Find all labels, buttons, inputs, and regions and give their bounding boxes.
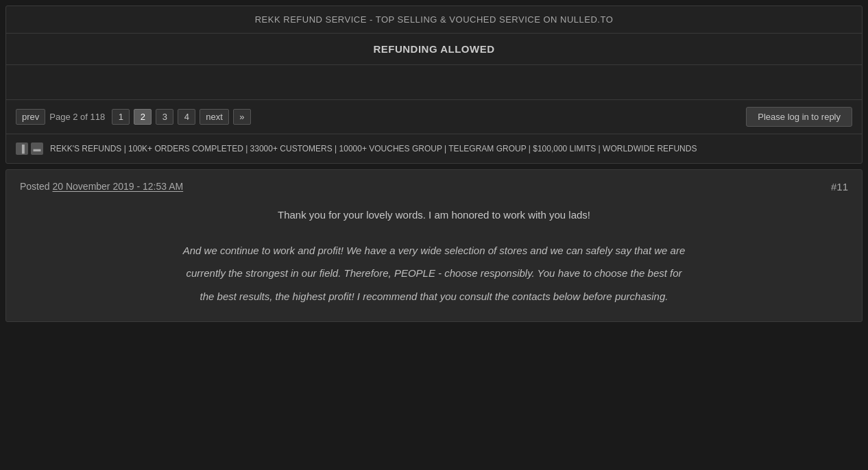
post-line-1: Thank you for your lovely words. I am ho… — [47, 206, 821, 224]
page-title: REKK REFUND SERVICE - TOP SELLING & VOUC… — [6, 6, 862, 34]
post-line-2: And we continue to work and profit! We h… — [47, 242, 821, 260]
posted-label: Posted — [20, 181, 50, 192]
page-2-button[interactable]: 2 — [134, 109, 152, 125]
pagination-controls: prev Page 2 of 118 1 2 3 4 next » — [16, 109, 251, 125]
post-line-3: currently the strongest in our field. Th… — [47, 264, 821, 282]
post-content: Thank you for your lovely words. I am ho… — [20, 206, 848, 305]
login-reply-area: Please log in to reply — [746, 107, 852, 127]
banner-icons: ▐ ▬ — [16, 143, 43, 155]
next-button[interactable]: next — [200, 109, 229, 125]
more-pages-button[interactable]: » — [233, 109, 251, 125]
login-to-reply-button[interactable]: Please log in to reply — [746, 107, 852, 127]
refunding-status: REFUNDING ALLOWED — [6, 34, 862, 65]
pagination-bar: prev Page 2 of 118 1 2 3 4 next » Please… — [6, 99, 862, 134]
post-date-link[interactable]: 20 November 2019 - 12:53 AM — [52, 181, 183, 192]
page-1-button[interactable]: 1 — [112, 109, 130, 125]
icon-right: ▬ — [31, 143, 43, 155]
banner-row: ▐ ▬ REKK'S REFUNDS | 100K+ ORDERS COMPLE… — [6, 134, 862, 163]
top-panel: REKK REFUND SERVICE - TOP SELLING & VOUC… — [5, 5, 863, 164]
page-info: Page 2 of 118 — [49, 112, 105, 122]
spacer — [6, 65, 862, 99]
post-line-4: the best results, the highest profit! I … — [47, 288, 821, 306]
post-section: Posted 20 November 2019 - 12:53 AM #11 T… — [5, 169, 863, 322]
post-header: Posted 20 November 2019 - 12:53 AM #11 — [20, 181, 848, 193]
post-number: #11 — [831, 181, 848, 193]
post-date: Posted 20 November 2019 - 12:53 AM — [20, 181, 183, 192]
icon-left: ▐ — [16, 143, 28, 155]
page-4-button[interactable]: 4 — [178, 109, 195, 125]
prev-button[interactable]: prev — [16, 109, 45, 125]
title-text: REKK REFUND SERVICE - TOP SELLING & VOUC… — [255, 14, 614, 25]
page-3-button[interactable]: 3 — [156, 109, 173, 125]
refunding-label: REFUNDING ALLOWED — [373, 43, 494, 55]
banner-text: REKK'S REFUNDS | 100K+ ORDERS COMPLETED … — [50, 143, 697, 155]
